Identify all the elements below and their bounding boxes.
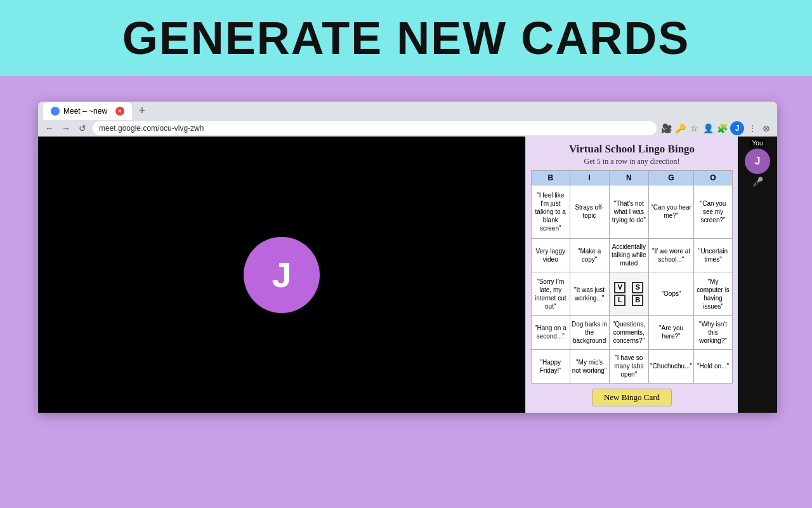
cell-4-3[interactable]: "Questions, comments, concerns?" <box>609 316 648 349</box>
cell-2-3[interactable]: Accidentally talking while muted <box>609 238 648 272</box>
tab-title: Meet – ~new <box>63 107 107 116</box>
cell-2-1[interactable]: Very laggy video <box>532 238 570 272</box>
cell-3-4[interactable]: "Oops" <box>649 272 694 315</box>
cell-5-1[interactable]: "Happy Friday!" <box>532 349 570 383</box>
browser-window: Meet – ~new ✕ + ← → ↺ meet.google.com/oc… <box>38 102 777 413</box>
cell-5-2[interactable]: "My mic's not working" <box>570 349 609 383</box>
col-n: N <box>609 171 648 185</box>
cell-1-1[interactable]: "I feel like I'm just talking to a blank… <box>532 185 570 239</box>
cell-2-2[interactable]: "Make a copy" <box>570 238 609 272</box>
cell-5-3[interactable]: "I have so many tabs open" <box>609 349 648 383</box>
close-window-icon[interactable]: ⊗ <box>761 123 772 134</box>
cell-2-4[interactable]: "If we were at school..." <box>649 238 694 272</box>
cell-1-4[interactable]: "Can you hear me?" <box>649 185 694 239</box>
tab-close-button[interactable]: ✕ <box>115 107 124 116</box>
bingo-title: Virtual School Lingo Bingo <box>531 143 733 156</box>
cell-4-4[interactable]: "Are you here?" <box>649 316 694 349</box>
top-banner: GENERATE NEW CARDS <box>0 0 812 76</box>
bingo-row-3: "Sorry I'm late, my internet cut out" "I… <box>532 272 733 315</box>
bingo-panel: Virtual School Lingo Bingo Get 5 in a ro… <box>525 137 738 413</box>
tab-favicon <box>51 107 60 116</box>
cell-2-5[interactable]: "Uncertain times" <box>694 238 733 272</box>
cell-3-1[interactable]: "Sorry I'm late, my internet cut out" <box>532 272 570 315</box>
video-area: J <box>38 137 525 413</box>
new-bingo-card-button[interactable]: New Bingo Card <box>592 389 672 406</box>
you-label: You <box>750 139 766 147</box>
cell-3-2[interactable]: "It was just working..." <box>570 272 609 315</box>
user-icon: 👤 <box>702 123 714 134</box>
you-avatar: J <box>745 149 770 174</box>
video-avatar-letter: J <box>272 254 291 295</box>
cell-4-1[interactable]: "Hang on a second..." <box>532 316 570 349</box>
bingo-subtitle: Get 5 in a row in any direction! <box>531 157 733 166</box>
free-letter-b: B <box>632 295 643 306</box>
bingo-row-5: "Happy Friday!" "My mic's not working" "… <box>532 349 733 383</box>
you-avatar-letter: J <box>755 156 761 167</box>
cell-free-space[interactable]: V S L B <box>609 272 648 315</box>
main-area: Meet – ~new ✕ + ← → ↺ meet.google.com/oc… <box>0 76 812 508</box>
free-letter-l: L <box>614 295 625 306</box>
banner-title: GENERATE NEW CARDS <box>122 12 690 64</box>
video-avatar: J <box>244 237 320 313</box>
free-letter-s: S <box>632 282 643 293</box>
browser-chrome: Meet – ~new ✕ + ← → ↺ meet.google.com/oc… <box>38 102 777 137</box>
back-button[interactable]: ← <box>43 122 56 135</box>
cell-3-5[interactable]: "My computer is having issues" <box>694 272 733 315</box>
url-text: meet.google.com/ocu-vivg-zwh <box>99 124 204 133</box>
bingo-row-1: "I feel like I'm just talking to a blank… <box>532 185 733 239</box>
free-letter-v: V <box>614 282 625 293</box>
user-avatar-small[interactable]: J <box>730 121 744 135</box>
tab-bar: Meet – ~new ✕ + <box>38 102 777 120</box>
menu-icon[interactable]: ⋮ <box>747 123 758 134</box>
new-tab-button[interactable]: + <box>134 104 150 119</box>
toolbar-icons: 🎥 🔑 ☆ 👤 🧩 J ⋮ ⊗ <box>660 121 772 135</box>
active-tab[interactable]: Meet – ~new ✕ <box>43 102 132 120</box>
bingo-table: B I N G O "I feel like I'm just talking … <box>531 170 733 384</box>
cell-4-5[interactable]: "Why isn't this working?" <box>694 316 733 349</box>
col-i: I <box>570 171 609 185</box>
key-icon: 🔑 <box>674 123 686 134</box>
cell-1-2[interactable]: Strays off-topic <box>570 185 609 239</box>
reload-button[interactable]: ↺ <box>76 122 89 135</box>
star-icon[interactable]: ☆ <box>688 123 700 134</box>
bingo-header-row: B I N G O <box>532 171 733 185</box>
cell-5-5[interactable]: "Hold on..." <box>694 349 733 383</box>
cell-5-4[interactable]: "Chuchuchu..." <box>649 349 694 383</box>
forward-button[interactable]: → <box>60 122 72 135</box>
col-b: B <box>532 171 570 185</box>
puzzle-icon[interactable]: 🧩 <box>716 123 728 134</box>
bingo-row-4: "Hang on a second..." Dog barks in the b… <box>532 316 733 349</box>
cell-1-3[interactable]: "That's not what I was trying to do" <box>609 185 648 239</box>
col-o: O <box>694 171 733 185</box>
right-panel: You J 🎤 <box>738 137 777 413</box>
address-bar: ← → ↺ meet.google.com/ocu-vivg-zwh 🎥 🔑 ☆… <box>38 120 777 137</box>
cell-1-5[interactable]: "Can you see my screen?" <box>694 185 733 239</box>
video-icon: 🎥 <box>660 123 672 134</box>
url-bar[interactable]: meet.google.com/ocu-vivg-zwh <box>93 121 657 135</box>
col-g: G <box>649 171 694 185</box>
browser-content: J Virtual School Lingo Bingo Get 5 in a … <box>38 137 777 413</box>
bingo-row-2: Very laggy video "Make a copy" Accidenta… <box>532 238 733 272</box>
mic-off-icon: 🎤 <box>752 177 763 187</box>
cell-4-2[interactable]: Dog barks in the background <box>570 316 609 349</box>
